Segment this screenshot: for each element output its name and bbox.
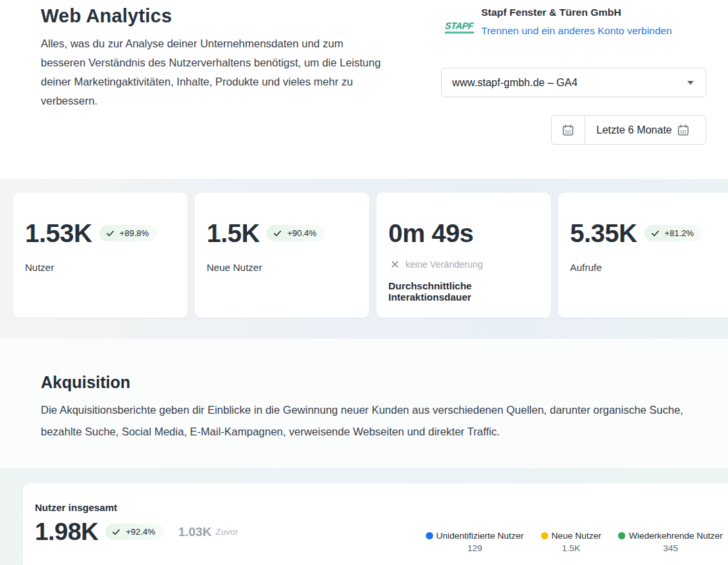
disconnect-account-link[interactable]: Trennen und ein anderes Konto verbinden [481, 25, 672, 37]
company-logo: STAPF [442, 16, 477, 38]
stat-card-neue-nutzer: 1.5K +90.4% Neue Nutzer [195, 193, 369, 318]
check-icon [273, 228, 282, 238]
no-change-indicator: keine Veränderung [388, 259, 539, 270]
check-icon [105, 228, 115, 238]
change-value: +89.8% [120, 228, 149, 238]
legend-item-unidentifizierte-nutzer: Unidentifizierte Nutzer 129 [426, 531, 524, 553]
change-badge: +89.8% [99, 225, 157, 241]
chevron-down-icon [687, 81, 694, 85]
previous-period-value: 1.03K [178, 525, 212, 539]
users-chart-band: Nutzer insgesamt 1.98K +92.4% 1.03K Zuvo… [0, 468, 728, 565]
change-badge: +92.4% [105, 524, 163, 540]
legend-item-wiederkehrende-nutzer: Wiederkehrende Nutzer 345 [618, 531, 723, 553]
stat-card-nutzer: 1.53K +89.8% Nutzer [13, 193, 188, 318]
users-total-value: 1.98K [35, 520, 98, 544]
stat-value: 1.5K [207, 220, 259, 246]
calendar-icon [677, 124, 690, 137]
change-value: keine Veränderung [405, 259, 483, 270]
company-logo-text: STAPF [444, 20, 474, 31]
users-total-card: Nutzer insgesamt 1.98K +92.4% 1.03K Zuvo… [23, 483, 728, 565]
date-range-value: Letzte 6 Monate [585, 124, 677, 136]
stat-value: 0m 49s [388, 220, 473, 246]
stat-label: Durchschnittliche Interaktionsdauer [388, 280, 539, 303]
change-value: +81.2% [665, 228, 694, 238]
legend-dot-blue [426, 532, 433, 539]
property-select-value: www.stapf-gmbh.de – GA4 [452, 77, 687, 89]
legend-item-neue-nutzer: Neue Nutzer 1.5K [541, 531, 602, 553]
legend-label: Wiederkehrende Nutzer [629, 531, 723, 541]
stat-label: Neue Nutzer [207, 262, 357, 273]
legend-label: Neue Nutzer [552, 531, 602, 541]
stat-label: Nutzer [25, 262, 176, 273]
legend-label: Unidentifizierte Nutzer [436, 531, 524, 541]
acquisition-section: Akquisition Die Akquisitionsberichte geb… [0, 339, 728, 468]
previous-period-label: Zuvor [215, 527, 238, 537]
stat-card-aufrufe: 5.35K +81.2% Aufrufe [558, 193, 728, 318]
stat-card-interaktionsdauer: 0m 49s keine Veränderung Durchschnittlic… [377, 193, 551, 318]
legend-value: 129 [467, 543, 482, 553]
calendar-button[interactable] [552, 116, 585, 144]
legend-value: 1.5K [562, 543, 581, 553]
check-icon [111, 527, 121, 537]
company-logo-tagline-bar [445, 32, 474, 34]
check-icon [650, 228, 660, 238]
stat-value: 5.35K [570, 220, 637, 246]
change-badge: +81.2% [644, 225, 702, 241]
stats-band: 1.53K +89.8% Nutzer 1.5K +90.4% Neue Nut… [0, 179, 728, 339]
change-value: +92.4% [126, 527, 155, 537]
change-badge: +90.4% [267, 225, 325, 241]
date-range-picker[interactable]: Letzte 6 Monate [551, 115, 706, 145]
stat-label: Aufrufe [570, 262, 721, 273]
acquisition-title: Akquisition [41, 373, 130, 392]
legend-dot-yellow [541, 532, 548, 539]
legend-dot-green [618, 532, 625, 539]
chart-legend: Unidentifizierte Nutzer 129 Neue Nutzer … [426, 531, 723, 553]
calendar-icon [561, 124, 575, 137]
page-description: Alles, was du zur Analyse deiner Unterne… [41, 34, 382, 111]
legend-value: 345 [663, 543, 678, 553]
users-total-title: Nutzer insgesamt [35, 502, 728, 513]
change-value: +90.4% [287, 228, 316, 238]
header-section: Web Analytics Alles, was du zur Analyse … [0, 0, 728, 179]
calendar-button-secondary[interactable] [677, 124, 706, 137]
acquisition-description: Die Akquisitionsberichte geben dir Einbl… [41, 399, 699, 442]
company-name: Stapf Fenster & Türen GmbH [481, 7, 621, 18]
x-icon [391, 260, 399, 268]
stat-value: 1.53K [25, 220, 92, 246]
page-title: Web Analytics [41, 5, 172, 27]
property-select[interactable]: www.stapf-gmbh.de – GA4 [441, 68, 706, 97]
